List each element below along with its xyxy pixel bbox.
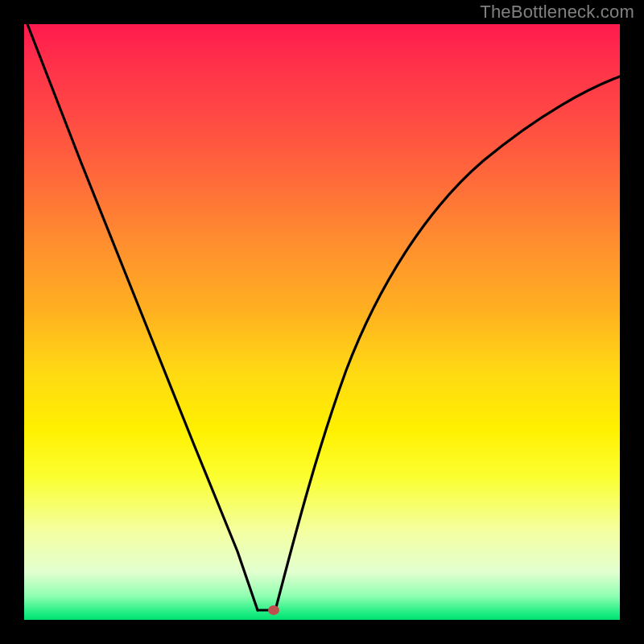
curve-right-branch <box>275 76 620 610</box>
bottleneck-curve-svg <box>24 24 620 620</box>
plot-area <box>24 24 620 620</box>
watermark-text: TheBottleneck.com <box>480 2 634 23</box>
optimum-marker-icon <box>268 605 279 615</box>
chart-frame: TheBottleneck.com <box>0 0 644 644</box>
curve-left-branch <box>27 24 258 610</box>
